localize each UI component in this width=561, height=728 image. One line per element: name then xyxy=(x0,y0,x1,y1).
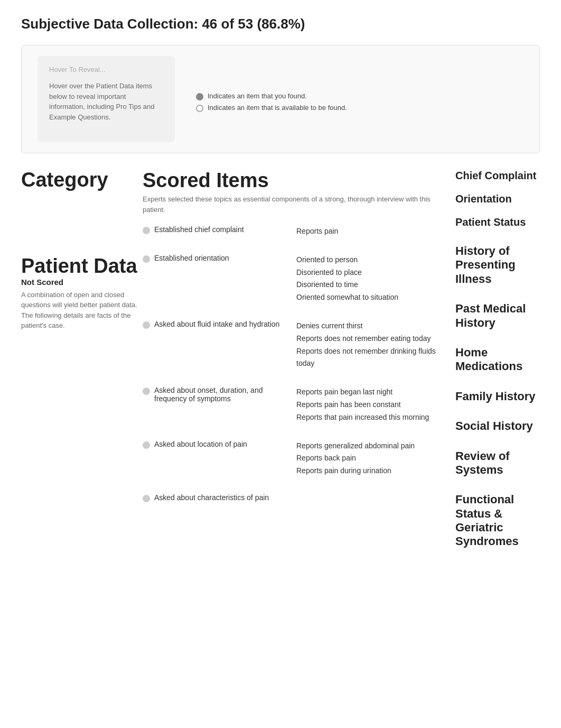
left-label-1: Established chief complaint xyxy=(154,225,244,234)
table-row: Established orientation Oriented to pers… xyxy=(143,254,445,304)
right-category-patient-status: Patient Status xyxy=(455,216,540,228)
data-row-left-3: Asked about fluid intake and hydration xyxy=(143,320,291,329)
table-row: Asked about characteristics of pain xyxy=(143,493,445,502)
table-row: Established chief complaint Reports pain xyxy=(143,225,445,238)
row-circle-icon xyxy=(143,388,150,395)
left-label-3: Asked about fluid intake and hydration xyxy=(154,320,279,328)
row-circle-icon xyxy=(143,321,150,329)
patient-data-header: Patient Data xyxy=(21,255,137,278)
data-row-left-2: Established orientation xyxy=(143,254,291,263)
table-row: Asked about fluid intake and hydration D… xyxy=(143,320,445,370)
data-row-right-2: Oriented to person Disoriented to place … xyxy=(296,254,445,304)
table-row: Asked about onset, duration, and frequen… xyxy=(143,386,445,423)
category-label: Category xyxy=(21,169,137,191)
legend-available-label: Indicates an item that is available to b… xyxy=(208,104,347,112)
patient-data-rows: Established chief complaint Reports pain… xyxy=(143,225,445,502)
right-category-pmh: Past Medical History xyxy=(455,302,540,330)
row-circle-icon xyxy=(143,441,150,449)
col-right: Chief Complaint Orientation Patient Stat… xyxy=(445,169,540,565)
info-box-left: Hover To Reveal... Hover over the Patien… xyxy=(38,56,175,142)
scored-items-header: Scored Items xyxy=(143,169,445,192)
left-label-6: Asked about characteristics of pain xyxy=(154,493,269,502)
row-circle-icon xyxy=(143,227,150,234)
table-row: Asked about location of pain Reports gen… xyxy=(143,440,445,477)
right-category-functional-status: Functional Status & Geriatric Syndromes xyxy=(455,493,540,549)
right-category-family-history: Family History xyxy=(455,390,540,403)
patient-data-description: A combination of open and closed questio… xyxy=(21,290,137,331)
data-row-left-6: Asked about characteristics of pain xyxy=(143,493,291,502)
legend-found: Indicates an item that you found. xyxy=(196,92,347,100)
data-row-right-5: Reports generalized abdominal pain Repor… xyxy=(296,440,445,477)
data-row-right-4: Reports pain began last night Reports pa… xyxy=(296,386,445,423)
scored-items-description: Experts selected these topics as essenti… xyxy=(143,194,445,215)
left-label-4: Asked about onset, duration, and frequen… xyxy=(154,386,291,403)
col-category: Category Patient Data Not Scored A combi… xyxy=(21,169,143,565)
data-row-left-5: Asked about location of pain xyxy=(143,440,291,449)
available-circle-icon xyxy=(196,105,203,112)
right-category-review-systems: Review of Systems xyxy=(455,449,540,477)
data-row-right-1: Reports pain xyxy=(296,225,445,238)
info-box: Hover To Reveal... Hover over the Patien… xyxy=(21,45,540,153)
right-category-chief-complaint: Chief Complaint xyxy=(455,169,540,182)
right-category-orientation: Orientation xyxy=(455,192,540,205)
data-row-left-4: Asked about onset, duration, and frequen… xyxy=(143,386,291,403)
right-category-social-history: Social History xyxy=(455,419,540,433)
col-items: Scored Items Experts selected these topi… xyxy=(143,169,445,565)
right-category-home-meds: Home Medications xyxy=(455,346,540,374)
info-box-description: Hover over the Patient Data items below … xyxy=(49,81,163,122)
data-row-left-1: Established chief complaint xyxy=(143,225,291,234)
row-circle-icon xyxy=(143,495,150,502)
legend-available: Indicates an item that is available to b… xyxy=(196,104,347,112)
hover-title-label: Hover To Reveal... xyxy=(49,66,163,73)
right-category-hpi: History of Presenting Illness xyxy=(455,244,540,286)
not-scored-label: Not Scored xyxy=(21,278,137,287)
page-title: Subjective Data Collection: 46 of 53 (86… xyxy=(21,16,540,32)
found-circle-icon xyxy=(196,93,203,100)
main-grid: Category Patient Data Not Scored A combi… xyxy=(21,169,540,565)
legend-found-label: Indicates an item that you found. xyxy=(208,92,307,100)
left-label-5: Asked about location of pain xyxy=(154,440,247,448)
row-circle-icon xyxy=(143,255,150,263)
left-label-2: Established orientation xyxy=(154,254,229,262)
data-row-right-3: Denies current thirst Reports does not r… xyxy=(296,320,445,370)
info-box-right: Indicates an item that you found. Indica… xyxy=(196,56,347,142)
